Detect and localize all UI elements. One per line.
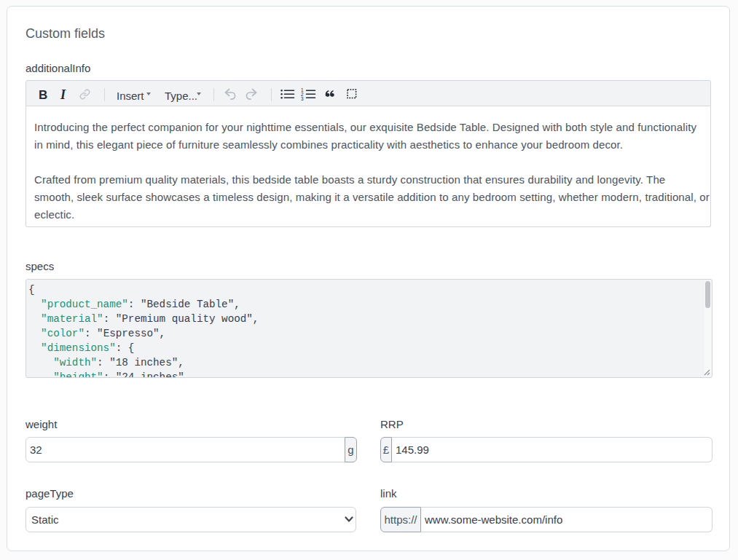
svg-text:3: 3 [301,96,304,101]
